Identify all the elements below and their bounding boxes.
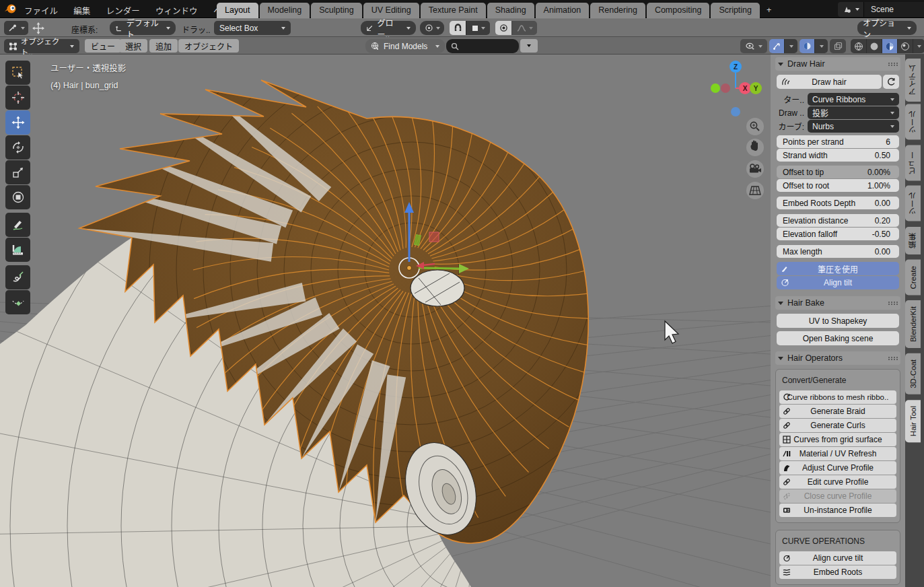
elevation-distance-field[interactable]: Elevation distance0.20 (777, 214, 899, 227)
scene-icon[interactable] (838, 2, 863, 17)
menu-edit[interactable]: 編集 (67, 0, 97, 17)
tool-rotate[interactable] (5, 135, 30, 160)
tab-layout[interactable]: Layout (217, 3, 258, 18)
sidebar-tab-tool[interactable]: ツール (905, 104, 921, 140)
menu-file[interactable]: ファイル (17, 0, 65, 17)
shading-solid-button[interactable] (866, 39, 882, 53)
max-length-field[interactable]: Max length0.00 (777, 245, 899, 258)
scene-name-field[interactable]: Scene (863, 2, 924, 17)
align-tilt-toggle[interactable]: Align tilt (777, 276, 899, 289)
generate-curls-button[interactable]: Generate Curls (779, 419, 896, 432)
align-curve-tilt-button[interactable]: Align curve tilt (779, 551, 896, 565)
model-search-input[interactable] (446, 39, 519, 53)
use-pressure-toggle[interactable]: 筆圧を使用 (777, 262, 899, 275)
shading-wireframe-button[interactable] (851, 39, 866, 53)
drag-handle-icon[interactable] (888, 63, 898, 66)
perspective-toggle-button[interactable] (746, 182, 764, 199)
gizmo-y-axis[interactable] (419, 268, 459, 269)
tool-hair-draw[interactable] (5, 265, 30, 289)
active-tool-button[interactable] (4, 21, 28, 35)
mode-selector[interactable]: オブジェクト.. (4, 39, 79, 53)
snap-mode-dropdown[interactable] (466, 21, 490, 35)
camera-view-button[interactable] (746, 160, 764, 178)
un-instance-profile-button[interactable]: Un-instance Profile (779, 504, 896, 517)
add-menu[interactable]: 追加 (149, 39, 178, 53)
tool-select-box[interactable] (5, 61, 30, 85)
sidebar-tab-create[interactable]: Create (905, 260, 921, 296)
show-gizmo-toggle[interactable] (769, 39, 784, 53)
proportional-falloff-dropdown[interactable] (511, 21, 537, 35)
sidebar-tab-item[interactable]: アイテム (905, 59, 921, 102)
menu-window[interactable]: ウィンドウ (149, 0, 205, 17)
selectability-visibility-dropdown[interactable] (740, 39, 767, 53)
offset-to-tip-slider[interactable]: Offset to tip0.00% (777, 166, 899, 178)
target-dropdown[interactable]: Curve Ribbons (808, 93, 899, 106)
tab-scripting[interactable]: Scripting (711, 3, 760, 18)
shading-rendered-button[interactable] (897, 39, 913, 53)
proportional-edit-toggle[interactable] (495, 21, 511, 35)
blender-logo-icon[interactable] (4, 3, 17, 17)
curve-ribbons-to-mesh-button[interactable]: Curve ribbons to mesh ribbo.. (779, 390, 896, 404)
nav-axis-neg-y[interactable] (711, 83, 720, 93)
shading-material-button[interactable] (882, 39, 897, 53)
tool-move[interactable] (5, 110, 30, 135)
orientation-dropdown[interactable]: デフォルト (110, 21, 176, 35)
redraw-button[interactable] (883, 75, 899, 89)
sidebar-tab-3dcoat[interactable]: 3D-Coat (905, 353, 921, 394)
material-uv-refresh-button[interactable]: Material / UV Refresh (779, 447, 896, 460)
options-dropdown[interactable]: オプション (857, 21, 917, 35)
sidebar-tab-view[interactable]: ビュー (905, 145, 921, 181)
select-mode-dropdown[interactable]: Select Box (214, 21, 291, 35)
open-baking-scene-button[interactable]: Open Baking scene (777, 331, 899, 345)
select-menu[interactable]: 選択 (119, 39, 147, 53)
tab-compositing[interactable]: Compositing (647, 3, 709, 18)
draw-hair-panel-header[interactable]: Draw Hair (775, 57, 900, 71)
curves-from-grid-button[interactable]: Curves from grid surface (779, 433, 896, 446)
tab-rendering[interactable]: Rendering (590, 3, 645, 18)
tab-texture-paint[interactable]: Texture Paint (421, 3, 486, 18)
elevation-falloff-field[interactable]: Elevation falloff-0.50 (777, 228, 899, 240)
nav-axis-neg-z[interactable] (731, 107, 740, 116)
object-menu[interactable]: オブジェクト (178, 39, 239, 53)
pan-button[interactable] (746, 139, 764, 156)
add-workspace-button[interactable]: + (761, 3, 777, 18)
shading-dropdown[interactable] (913, 39, 924, 53)
strand-width-field[interactable]: Strand width0.50 (777, 149, 899, 162)
tool-annotate[interactable] (5, 213, 30, 237)
tool-cursor[interactable] (5, 85, 30, 110)
draw-mode-dropdown[interactable]: 投影 (808, 106, 899, 119)
nav-axis-neg-x[interactable] (721, 83, 730, 93)
sidebar-tab-tool2[interactable]: ツール (905, 186, 921, 221)
zoom-button[interactable] (746, 118, 764, 135)
tool-transform[interactable] (5, 185, 30, 209)
overlays-dropdown[interactable] (814, 39, 828, 53)
tool-measure[interactable] (5, 238, 30, 262)
drag-handle-icon[interactable] (888, 302, 898, 305)
snap-toggle[interactable] (450, 21, 466, 35)
close-curve-profile-button[interactable]: Close curve Profile (779, 489, 896, 503)
gizmo-plane-xy[interactable] (429, 232, 439, 242)
search-options-dropdown[interactable] (520, 39, 538, 53)
drag-handle-icon[interactable] (888, 357, 898, 360)
hair-bake-panel-header[interactable]: Hair Bake (775, 296, 900, 310)
sidebar-tab-edit[interactable]: 編集 (905, 227, 921, 254)
find-models-dropdown[interactable]: Find Models (365, 39, 445, 53)
sidebar-tab-hairtool[interactable]: Hair Tool (905, 400, 921, 442)
pivot-point-dropdown[interactable] (420, 21, 444, 35)
tab-animation[interactable]: Animation (536, 3, 590, 18)
uv-to-shapekey-button[interactable]: UV to Shapekey (777, 314, 899, 328)
show-overlays-toggle[interactable] (799, 39, 814, 53)
curve-type-dropdown[interactable]: Nurbs (808, 120, 899, 133)
draw-hair-button[interactable]: Draw hair (777, 75, 882, 89)
xray-toggle[interactable] (830, 39, 846, 53)
tab-modeling[interactable]: Modeling (260, 3, 310, 18)
offset-to-root-slider[interactable]: Offset to root1.00% (777, 179, 899, 192)
navigation-gizmo[interactable]: Z X Y (711, 61, 762, 116)
tab-shading[interactable]: Shading (487, 3, 534, 18)
menu-render[interactable]: レンダー (100, 0, 147, 17)
transform-orientation-dropdown[interactable]: グロー.. (361, 21, 416, 35)
points-per-strand-field[interactable]: Points per strand6 (777, 135, 899, 148)
hair-operators-panel-header[interactable]: Hair Operators (775, 351, 900, 365)
tab-sculpting[interactable]: Sculpting (311, 3, 361, 18)
view-menu[interactable]: ビュー (85, 39, 121, 53)
